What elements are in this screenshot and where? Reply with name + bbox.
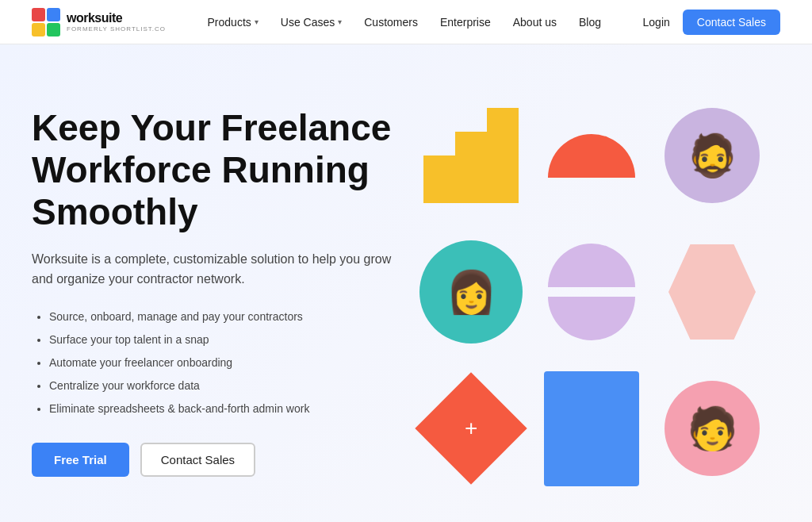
logo[interactable]: worksuite formerly shortlist.co	[32, 8, 166, 36]
hero-cta-group: Free Trial Contact Sales	[32, 443, 396, 477]
lavender-bottom-arc	[548, 297, 635, 340]
nav-actions: Login Contact Sales	[643, 10, 780, 35]
lavender-shapes-cell	[536, 228, 647, 355]
bullet-1: Source, onboard, manage and pay your con…	[49, 309, 396, 325]
diamond-cell: +	[416, 365, 527, 492]
hero-bullets-list: Source, onboard, manage and pay your con…	[32, 309, 396, 417]
plus-icon: +	[465, 417, 477, 439]
navbar: worksuite formerly shortlist.co Products…	[0, 0, 812, 44]
person-1-cell: 🧔	[657, 92, 768, 219]
person-circle-pink: 🧑	[665, 381, 760, 476]
nav-links: Products ▾ Use Cases ▾ Customers Enterpr…	[208, 16, 602, 29]
contact-sales-button[interactable]: Contact Sales	[683, 10, 780, 35]
blue-rect-shape	[544, 371, 639, 486]
nav-blog[interactable]: Blog	[579, 16, 601, 29]
orange-diamond-shape: +	[415, 372, 527, 484]
stairs-shape	[423, 108, 519, 203]
person-2-cell: 👩	[416, 228, 527, 355]
person-3-cell: 🧑	[657, 365, 768, 492]
person-circle-1: 🧔	[665, 108, 760, 203]
chevron-down-icon: ▾	[338, 17, 342, 26]
lavender-arc-shape	[548, 244, 635, 287]
bullet-3: Automate your freelancer onboarding	[49, 355, 396, 371]
nav-about[interactable]: About us	[513, 16, 557, 29]
pink-hex-shape	[668, 244, 756, 340]
free-trial-button[interactable]: Free Trial	[32, 443, 129, 477]
hex-cell	[657, 228, 768, 355]
nav-products[interactable]: Products ▾	[208, 16, 259, 29]
nav-use-cases[interactable]: Use Cases ▾	[281, 16, 342, 29]
nav-enterprise[interactable]: Enterprise	[440, 16, 491, 29]
login-button[interactable]: Login	[643, 16, 670, 29]
svg-rect-2	[487, 108, 519, 203]
contact-sales-hero-button[interactable]: Contact Sales	[140, 443, 255, 477]
hero-section: Keep Your Freelance Workforce Running Sm…	[0, 44, 812, 522]
hero-subtitle: Worksuite is a complete, customizable so…	[32, 249, 396, 290]
bullet-2: Surface your top talent in a snap	[49, 332, 396, 348]
logo-icon	[32, 8, 60, 36]
hero-illustration: 🧔 👩 + 🧑	[416, 92, 780, 492]
logo-text: worksuite formerly shortlist.co	[67, 11, 166, 33]
svg-rect-0	[423, 155, 455, 203]
svg-rect-1	[455, 132, 487, 203]
shape-stairs-cell	[416, 92, 527, 219]
nav-customers[interactable]: Customers	[364, 16, 418, 29]
hero-content: Keep Your Freelance Workforce Running Sm…	[32, 107, 396, 477]
bullet-4: Centralize your workforce data	[49, 378, 396, 394]
blue-rect-cell	[536, 365, 647, 492]
hero-title: Keep Your Freelance Workforce Running Sm…	[32, 107, 396, 233]
bullet-5: Eliminate spreadsheets & back-and-forth …	[49, 401, 396, 417]
chevron-down-icon: ▾	[255, 17, 259, 26]
person-circle-teal: 👩	[419, 240, 523, 344]
orange-arc-shape	[548, 134, 635, 178]
shape-arc-cell	[536, 92, 647, 219]
